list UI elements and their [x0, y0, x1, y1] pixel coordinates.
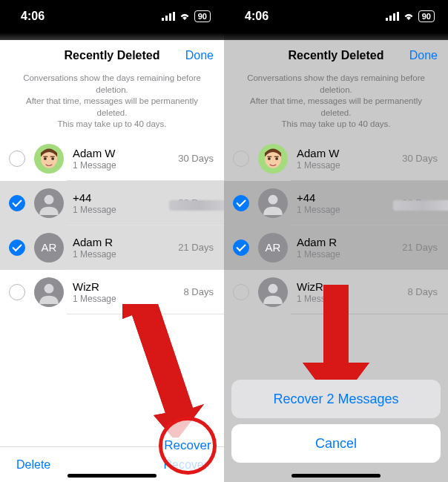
- page-title: Recently Deleted: [65, 49, 160, 62]
- svg-rect-13: [393, 13, 395, 21]
- avatar: [258, 188, 288, 218]
- contact-name: WizR: [73, 280, 178, 293]
- svg-point-21: [269, 283, 278, 293]
- svg-rect-2: [169, 13, 171, 21]
- svg-point-9: [45, 194, 54, 204]
- wifi-icon: [179, 12, 191, 21]
- select-circle[interactable]: [9, 284, 25, 300]
- svg-point-10: [45, 283, 54, 293]
- svg-rect-1: [165, 16, 168, 21]
- battery-indicator: 90: [418, 10, 435, 22]
- conversation-list: Adam W 1 Message 30 Days +44 1 Message 2…: [0, 136, 224, 446]
- avatar: [34, 144, 64, 174]
- conversation-row[interactable]: Adam W 1 Message 30 Days: [224, 136, 448, 181]
- avatar: AR: [34, 233, 64, 263]
- conversation-row[interactable]: WizR 1 Message 8 Days: [224, 270, 448, 314]
- contact-name: Adam R: [297, 236, 396, 248]
- message-count: 1 Message: [297, 160, 396, 171]
- message-count: 1 Message: [297, 205, 396, 215]
- svg-point-5: [44, 157, 47, 160]
- cellular-icon: [162, 12, 175, 21]
- phone-right-screenshot: 4:06 90 Recently Deleted Done Conversati…: [224, 0, 448, 482]
- select-circle[interactable]: [233, 284, 249, 300]
- page-title: Recently Deleted: [289, 49, 384, 62]
- memoji-icon: [36, 146, 62, 171]
- svg-rect-14: [397, 12, 399, 21]
- row-text: Adam R 1 Message: [297, 236, 396, 260]
- person-icon: [261, 191, 285, 215]
- days-remaining: 30 Days: [402, 153, 438, 164]
- conversation-row[interactable]: Adam W 1 Message 30 Days: [0, 136, 224, 181]
- select-circle[interactable]: [9, 240, 25, 256]
- svg-point-17: [275, 157, 278, 160]
- person-icon: [37, 191, 61, 215]
- conversation-row[interactable]: WizR 1 Message 8 Days: [0, 270, 224, 314]
- avatar: AR: [258, 233, 288, 263]
- conversation-row[interactable]: AR Adam R 1 Message 21 Days: [224, 225, 448, 270]
- sheet: Recently Deleted Done Conversations show…: [224, 40, 448, 482]
- select-circle[interactable]: [9, 151, 25, 167]
- action-sheet: Recover 2 Messages Cancel: [231, 380, 441, 463]
- person-icon: [37, 280, 61, 304]
- message-count: 1 Message: [73, 160, 172, 171]
- redacted-number: [393, 200, 448, 211]
- svg-point-16: [268, 157, 271, 160]
- person-icon: [261, 280, 285, 304]
- cancel-button[interactable]: Cancel: [231, 424, 441, 463]
- svg-point-20: [269, 194, 278, 204]
- select-circle[interactable]: [9, 195, 25, 211]
- svg-rect-11: [386, 18, 388, 21]
- svg-rect-3: [173, 12, 175, 21]
- days-remaining: 8 Days: [184, 286, 214, 297]
- avatar: [34, 188, 64, 218]
- row-text: WizR 1 Message: [297, 280, 402, 304]
- row-text: +44 1 Message: [73, 191, 172, 215]
- select-circle[interactable]: [233, 151, 249, 167]
- delete-button[interactable]: Delete: [16, 458, 50, 472]
- recover-button[interactable]: Recover: [163, 458, 208, 472]
- status-bar: 4:06 90: [0, 0, 224, 33]
- contact-name: WizR: [297, 280, 402, 293]
- done-button[interactable]: Done: [185, 40, 214, 71]
- conversation-row[interactable]: +44 1 Message 28 Days: [0, 181, 224, 225]
- status-indicators: 90: [386, 10, 435, 22]
- redacted-number: [169, 200, 224, 211]
- message-count: 1 Message: [297, 294, 402, 304]
- message-count: 1 Message: [73, 294, 178, 304]
- svg-rect-18: [267, 156, 271, 156]
- row-text: WizR 1 Message: [73, 280, 178, 304]
- nav-bar: Recently Deleted Done: [0, 40, 224, 71]
- contact-name: +44: [73, 191, 172, 204]
- days-remaining: 30 Days: [178, 153, 214, 164]
- row-text: Adam W 1 Message: [297, 147, 396, 171]
- battery-indicator: 90: [194, 10, 211, 22]
- sheet: Recently Deleted Done Conversations show…: [0, 40, 224, 482]
- conversation-row[interactable]: +44 1 Message 28 Days: [224, 181, 448, 225]
- conversation-row[interactable]: AR Adam R 1 Message 21 Days: [0, 225, 224, 270]
- svg-rect-8: [50, 156, 55, 156]
- status-bar: 4:06 90: [224, 0, 448, 33]
- row-text: +44 1 Message: [297, 191, 396, 215]
- sheet-backdrop: [0, 33, 224, 40]
- recover-messages-button[interactable]: Recover 2 Messages: [231, 380, 441, 418]
- days-remaining: 21 Days: [402, 242, 438, 253]
- select-circle[interactable]: [233, 240, 249, 256]
- message-count: 1 Message: [73, 205, 172, 215]
- select-circle[interactable]: [233, 195, 249, 211]
- contact-name: Adam W: [73, 147, 172, 159]
- svg-point-6: [51, 157, 54, 160]
- info-text: Conversations show the days remaining be…: [0, 71, 224, 136]
- wifi-icon: [403, 12, 415, 21]
- nav-bar: Recently Deleted Done: [224, 40, 448, 71]
- days-remaining: 21 Days: [178, 242, 214, 253]
- contact-name: Adam R: [73, 236, 172, 248]
- row-text: Adam W 1 Message: [73, 147, 172, 171]
- done-button[interactable]: Done: [409, 40, 438, 71]
- clock: 4:06: [21, 10, 45, 23]
- contact-name: Adam W: [297, 147, 396, 159]
- svg-rect-12: [389, 16, 392, 21]
- home-indicator: [67, 474, 157, 478]
- message-count: 1 Message: [297, 249, 396, 260]
- info-text: Conversations show the days remaining be…: [224, 71, 448, 136]
- svg-rect-7: [43, 156, 47, 156]
